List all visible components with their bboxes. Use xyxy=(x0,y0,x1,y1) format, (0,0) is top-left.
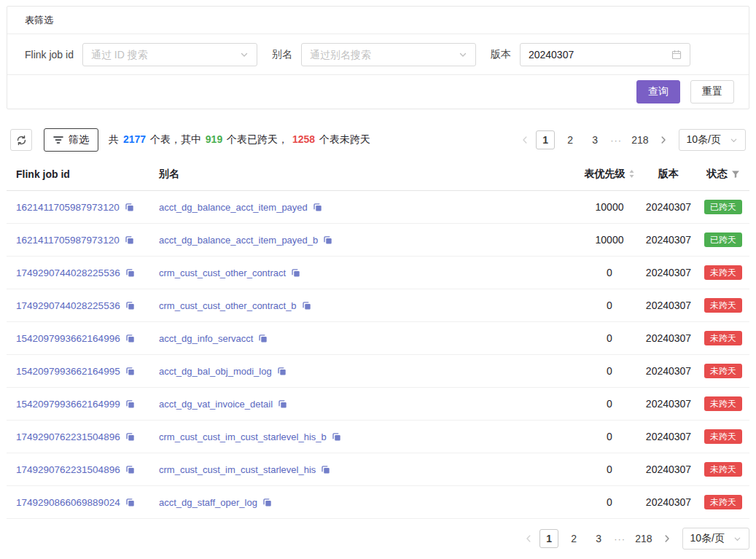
copy-icon[interactable] xyxy=(125,367,135,376)
column-header-status-label: 状态 xyxy=(707,168,728,181)
filter-button[interactable]: 筛选 xyxy=(44,128,98,152)
job-id-link[interactable]: 1542097993662164995 xyxy=(16,366,120,377)
copy-icon[interactable] xyxy=(125,399,135,409)
job-id-cell: 1749290866069889024 xyxy=(7,497,159,508)
pagination: 123···21810条/页 xyxy=(521,528,749,550)
job-id-link[interactable]: 1749290762231504896 xyxy=(16,431,120,442)
alias-link[interactable]: crm_cust_cust_other_contract xyxy=(159,267,286,278)
table-row: 1749290744028225536 crm_cust_cust_other_… xyxy=(7,257,749,289)
copy-icon[interactable] xyxy=(125,203,134,212)
alias-link[interactable]: acct_dg_staff_oper_log xyxy=(159,497,257,508)
copy-icon[interactable] xyxy=(125,498,135,507)
job-id-link[interactable]: 1621411705987973120 xyxy=(16,202,120,213)
column-header-alias: 别名 xyxy=(159,168,579,181)
alias-cell: crm_cust_cust_im_cust_starlevel_his_b xyxy=(159,431,579,442)
summary-text: 个表，其中 xyxy=(147,133,204,145)
pagination-page-1[interactable]: 1 xyxy=(539,529,558,548)
alias-link[interactable]: acct_dg_balance_acct_item_payed_b xyxy=(159,235,318,246)
page-size-select[interactable]: 10条/页 xyxy=(682,528,749,550)
query-button[interactable]: 查询 xyxy=(636,80,680,103)
job-id-cell: 1749290744028225536 xyxy=(7,267,159,278)
version-date-picker[interactable] xyxy=(520,43,690,66)
copy-icon[interactable] xyxy=(321,465,330,474)
job-id-link[interactable]: 1621411705987973120 xyxy=(16,235,120,246)
copy-icon[interactable] xyxy=(125,432,135,442)
job-id-cell: 1621411705987973120 xyxy=(7,235,159,246)
pagination-page-2[interactable]: 2 xyxy=(564,529,583,548)
job-id-link[interactable]: 1542097993662164999 xyxy=(16,399,120,410)
status-cell: 已跨天 xyxy=(697,200,749,214)
chevron-right-icon[interactable] xyxy=(655,130,671,149)
alias-link[interactable]: crm_cust_cust_im_cust_starlevel_his_b xyxy=(159,431,327,442)
copy-icon[interactable] xyxy=(302,301,311,310)
flink-job-id-select[interactable] xyxy=(82,43,257,66)
status-cell: 未跨天 xyxy=(697,495,749,509)
alias-link[interactable]: acct_dg_balance_acct_item_payed xyxy=(159,202,308,213)
priority-cell: 0 xyxy=(579,464,640,475)
job-id-link[interactable]: 1749290744028225536 xyxy=(16,267,120,278)
chevron-left-icon[interactable] xyxy=(521,529,537,548)
pagination-page-218[interactable]: 218 xyxy=(631,529,655,548)
filter-icon[interactable] xyxy=(731,170,740,179)
flink-job-id-input[interactable] xyxy=(91,49,235,60)
filter-lines-icon xyxy=(53,136,63,144)
priority-cell: 0 xyxy=(579,496,640,508)
sort-icon[interactable] xyxy=(628,169,635,179)
alias-link[interactable]: acct_dg_bal_obj_modi_log xyxy=(159,366,272,377)
job-id-link[interactable]: 1749290744028225536 xyxy=(16,300,120,311)
priority-value: 0 xyxy=(607,431,612,442)
refresh-button[interactable] xyxy=(10,129,32,151)
copy-icon[interactable] xyxy=(125,301,135,310)
version-value: 20240307 xyxy=(646,431,691,442)
copy-icon[interactable] xyxy=(313,203,322,212)
alias-cell: acct_dg_balance_acct_item_payed xyxy=(159,202,579,213)
job-id-link[interactable]: 1749290866069889024 xyxy=(16,497,120,508)
chevron-down-icon xyxy=(459,50,467,59)
status-cell: 未跨天 xyxy=(697,331,749,345)
version-value: 20240307 xyxy=(646,300,691,311)
summary-text: 个表已跨天， xyxy=(224,133,291,145)
version-cell: 20240307 xyxy=(640,496,697,508)
reset-button[interactable]: 重置 xyxy=(690,80,734,103)
version-value: 20240307 xyxy=(646,201,691,213)
status-cell: 未跨天 xyxy=(697,265,749,280)
pagination-page-3[interactable]: 3 xyxy=(585,130,604,149)
copy-icon[interactable] xyxy=(277,367,287,376)
copy-icon[interactable] xyxy=(125,268,135,278)
copy-icon[interactable] xyxy=(258,334,268,343)
copy-icon[interactable] xyxy=(125,334,135,343)
copy-icon[interactable] xyxy=(125,465,135,474)
copy-icon[interactable] xyxy=(291,268,300,278)
bottom-pagination-bar: 123···21810条/页 xyxy=(7,528,749,550)
alias-select[interactable] xyxy=(301,43,476,66)
alias-link[interactable]: acct_dg_info_servacct xyxy=(159,333,253,344)
pagination-page-218[interactable]: 218 xyxy=(628,130,652,149)
pagination-page-3[interactable]: 3 xyxy=(589,529,608,548)
copy-icon[interactable] xyxy=(332,432,341,442)
version-input[interactable] xyxy=(529,49,667,60)
chevron-left-icon[interactable] xyxy=(517,130,533,149)
status-badge: 已跨天 xyxy=(704,200,742,214)
job-id-link[interactable]: 1749290762231504896 xyxy=(16,464,120,475)
alias-input[interactable] xyxy=(310,49,454,60)
alias-link[interactable]: acct_dg_vat_invoice_detail xyxy=(159,399,273,410)
alias-link[interactable]: crm_cust_cust_other_contract_b xyxy=(159,300,297,311)
copy-icon[interactable] xyxy=(323,235,332,245)
version-cell: 20240307 xyxy=(640,332,697,344)
page-size-select[interactable]: 10条/页 xyxy=(679,129,746,151)
flink-job-id-label: Flink job id xyxy=(25,49,74,60)
pagination-page-1[interactable]: 1 xyxy=(536,130,555,149)
priority-cell: 0 xyxy=(579,398,640,410)
table-row: 1749290762231504896 crm_cust_cust_im_cus… xyxy=(7,453,749,486)
job-id-link[interactable]: 1542097993662164996 xyxy=(16,333,120,344)
copy-icon[interactable] xyxy=(125,235,134,245)
pagination-page-2[interactable]: 2 xyxy=(561,130,580,149)
copy-icon[interactable] xyxy=(262,498,272,507)
chevron-right-icon[interactable] xyxy=(659,529,675,548)
table-body: 1621411705987973120 acct_dg_balance_acct… xyxy=(7,191,749,519)
copy-icon[interactable] xyxy=(278,399,287,409)
alias-cell: acct_dg_vat_invoice_detail xyxy=(159,399,579,410)
alias-link[interactable]: crm_cust_cust_im_cust_starlevel_his xyxy=(159,464,316,475)
table-row: 1621411705987973120 acct_dg_balance_acct… xyxy=(7,224,749,257)
pagination-ellipsis: ··· xyxy=(607,135,625,146)
